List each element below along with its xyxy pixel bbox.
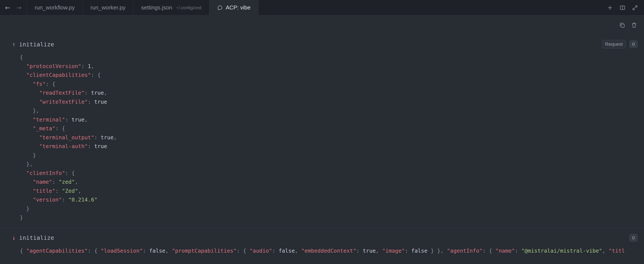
response-json-code: { "agentCapabilities": { "loadSession": … [20, 246, 644, 256]
tab-label: settings.json [141, 4, 172, 11]
request-count-badge: 0 [630, 40, 638, 48]
request-header[interactable]: ↑ initialize Request 0 [0, 39, 644, 49]
split-pane-button[interactable] [617, 2, 628, 13]
plus-icon [607, 4, 613, 11]
response-header[interactable]: ↓ initialize 0 [0, 233, 644, 243]
copy-button[interactable] [617, 20, 627, 30]
new-tab-button[interactable] [605, 2, 615, 13]
tab-run-worker[interactable]: run_worker.py [82, 0, 133, 15]
copy-icon [619, 22, 625, 28]
back-button[interactable]: ← [2, 2, 13, 13]
incoming-arrow-icon: ↓ [12, 234, 16, 241]
trash-icon [631, 22, 637, 28]
split-pane-icon [619, 4, 626, 11]
shrink-pane-icon [632, 4, 638, 11]
tab-acp-vibe[interactable]: ACP: vibe [209, 0, 258, 15]
log-entry-request: ↑ initialize Request 0 { "protocolVersio… [0, 39, 644, 222]
zed-window: ← → run_workflow.py run_worker.py settin… [0, 0, 644, 255]
acp-log: ↑ initialize Request 0 { "protocolVersio… [0, 39, 644, 255]
method-name: initialize [19, 41, 54, 48]
outgoing-arrow-icon: ↑ [12, 41, 16, 48]
tab-label: run_worker.py [90, 4, 125, 11]
tab-bar-spacer [258, 0, 601, 15]
tab-label: run_workflow.py [34, 4, 74, 11]
response-count-badge: 0 [630, 234, 638, 242]
tab-path-suffix: ~/.config/zed [176, 5, 202, 10]
request-json-code: { "protocolVersion": 1, "clientCapabilit… [20, 53, 644, 222]
forward-button[interactable]: → [14, 2, 24, 13]
toolbar [0, 15, 644, 35]
method-name: initialize [19, 234, 54, 241]
section-divider [0, 228, 644, 228]
tab-settings-json[interactable]: settings.json ~/.config/zed [134, 0, 209, 15]
history-nav: ← → [0, 0, 27, 15]
tab-bar-actions [601, 0, 644, 15]
tab-label: ACP: vibe [226, 4, 251, 11]
tab-run-workflow[interactable]: run_workflow.py [27, 0, 82, 15]
tab-bar: ← → run_workflow.py run_worker.py settin… [0, 0, 644, 15]
message-bubble-icon [217, 5, 223, 10]
shrink-pane-button[interactable] [630, 2, 640, 13]
delete-button[interactable] [629, 20, 639, 30]
request-type-badge: Request [602, 40, 626, 48]
log-entry-response: ↓ initialize 0 { "agentCapabilities": { … [0, 233, 644, 256]
